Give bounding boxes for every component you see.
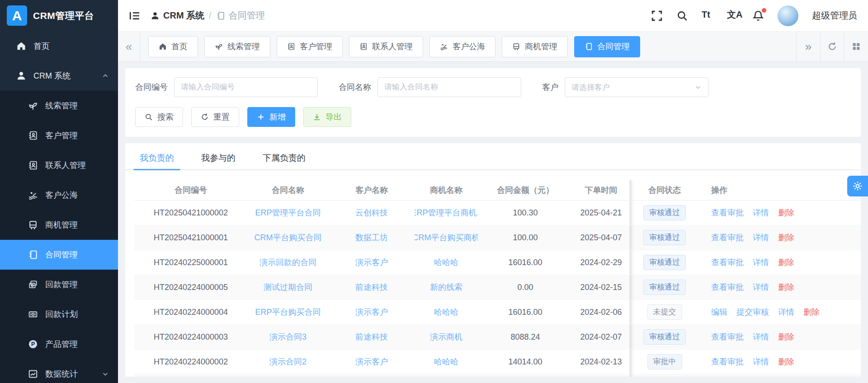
language-icon[interactable]: 文A	[727, 10, 739, 22]
status-badge: 审核通过	[643, 205, 686, 220]
breadcrumb-item-1[interactable]: 合同管理	[216, 9, 265, 22]
sidebar-subitem-2[interactable]: 联系人管理	[0, 150, 118, 180]
action-详情[interactable]: 详情	[753, 332, 769, 342]
contract-icon	[28, 250, 38, 260]
sidebar-item-label: 首页	[33, 41, 50, 51]
action-详情[interactable]: 详情	[778, 307, 794, 318]
chevron-down-icon	[102, 370, 109, 378]
status-cell: 未提交	[629, 300, 699, 324]
sidebar-subitem-9[interactable]: 数据统计	[0, 359, 118, 383]
column-settings-button[interactable]	[847, 176, 868, 196]
status-cell: 审批中	[629, 350, 699, 374]
action-查看审批[interactable]: 查看审批	[711, 282, 744, 293]
user-icon	[16, 71, 26, 81]
view-tab-0[interactable]: 我负责的	[137, 146, 177, 169]
layout-grid-icon[interactable]	[844, 32, 868, 61]
filter-label: 合同编号	[135, 82, 168, 93]
action-删除[interactable]: 删除	[778, 356, 794, 367]
contract-amount: 14014.00	[478, 350, 573, 374]
contract-code-input[interactable]	[174, 77, 318, 97]
order-date: 2024-02-07	[573, 374, 629, 377]
bell-icon[interactable]	[752, 10, 764, 22]
status-cell: 审核通过	[629, 325, 699, 349]
opportunity-link: 哈哈哈	[415, 350, 478, 374]
sidebar-subitem-8[interactable]: P产品管理	[0, 329, 118, 359]
sidebar-subitem-3[interactable]: 客户公海	[0, 180, 118, 210]
page-tab-线索管理[interactable]: 线索管理	[204, 36, 270, 57]
table-row: HT20250421000002ERP管理平台合同云创科技ERP管理平台商机..…	[134, 201, 861, 225]
page-tab-客户公海[interactable]: 客户公海	[429, 36, 495, 57]
sidebar-subitem-5[interactable]: 合同管理	[0, 240, 118, 270]
page-tab-商机管理[interactable]: 商机管理	[502, 36, 568, 57]
action-详情[interactable]: 详情	[753, 207, 769, 218]
action-删除[interactable]: 删除	[778, 282, 794, 293]
action-详情[interactable]: 详情	[753, 282, 769, 293]
customer-select[interactable]: 请选择客户	[565, 77, 708, 97]
sidebar-subitem-7[interactable]: 回款计划	[0, 299, 118, 329]
action-查看审批[interactable]: 查看审批	[711, 332, 744, 342]
action-详情[interactable]: 详情	[753, 232, 769, 243]
opportunity-icon	[28, 220, 38, 230]
action-删除[interactable]: 删除	[778, 332, 794, 342]
filter-field: 合同名称	[339, 77, 521, 97]
sidebar-subitem-0[interactable]: 线索管理	[0, 91, 118, 121]
sidebar-subitem-6[interactable]: 回款管理	[0, 270, 118, 299]
action-删除[interactable]: 删除	[803, 307, 820, 318]
search-icon[interactable]	[676, 10, 688, 22]
filter-field: 合同编号	[135, 77, 318, 97]
sidebar-subitem-label: 产品管理	[45, 339, 78, 350]
export-button[interactable]: 导出	[303, 107, 351, 127]
action-查看审批[interactable]: 查看审批	[711, 356, 744, 367]
action-编辑[interactable]: 编辑	[711, 307, 727, 318]
status-cell: 审核通过	[629, 225, 699, 250]
sidebar-subitem-1[interactable]: 客户管理	[0, 121, 118, 150]
tabs-scroll-right-icon[interactable]: »	[796, 32, 820, 61]
page-tab-联系人管理[interactable]: 联系人管理	[349, 36, 423, 57]
table-row: HT20250421000001CRM平台购买合同数据工坊CRM平台购买商机10…	[134, 225, 861, 250]
column-header-3: 商机名称	[415, 180, 478, 200]
breadcrumb-item-0[interactable]: CRM 系统	[151, 9, 204, 22]
order-date: 2024-02-07	[573, 325, 629, 349]
sidebar-item-0[interactable]: 首页	[0, 31, 118, 61]
fullscreen-icon[interactable]	[651, 10, 663, 22]
search-button[interactable]: 搜索	[135, 107, 183, 127]
gear-icon	[852, 181, 863, 192]
collapse-sidebar-icon[interactable]	[129, 10, 141, 22]
reset-button[interactable]: 重置	[191, 107, 239, 127]
action-详情[interactable]: 详情	[753, 257, 769, 268]
action-查看审批[interactable]: 查看审批	[711, 257, 744, 268]
action-详情[interactable]: 详情	[753, 356, 769, 367]
sidebar-subitem-4[interactable]: 商机管理	[0, 210, 118, 240]
page-tab-合同管理[interactable]: 合同管理	[574, 36, 640, 57]
view-tab-1[interactable]: 我参与的	[198, 146, 238, 169]
action-查看审批[interactable]: 查看审批	[711, 207, 744, 218]
status-badge: 审批中	[647, 354, 682, 369]
username[interactable]: 超级管理员	[812, 9, 857, 22]
font-size-icon[interactable]: Tt	[702, 10, 713, 22]
refresh-page-icon[interactable]	[820, 32, 844, 61]
page-tab-客户管理[interactable]: 客户管理	[277, 36, 343, 57]
action-查看审批[interactable]: 查看审批	[711, 232, 744, 243]
column-header-1: 合同名称	[247, 180, 329, 200]
customer-icon	[28, 131, 38, 140]
customer-link: 数据工坊	[329, 225, 415, 250]
action-提交审核[interactable]: 提交审核	[736, 307, 769, 318]
tabs-scroll-left-icon[interactable]: «	[118, 32, 140, 61]
sea-icon	[28, 190, 38, 200]
contract-name-input[interactable]	[377, 77, 521, 97]
app-logo[interactable]: A CRM管理平台	[0, 0, 118, 31]
action-删除[interactable]: 删除	[778, 207, 794, 218]
order-date: 2024-02-13	[573, 350, 629, 374]
action-删除[interactable]: 删除	[778, 257, 794, 268]
contacts-icon	[28, 160, 38, 170]
page-tab-首页[interactable]: 首页	[148, 36, 198, 57]
action-删除[interactable]: 删除	[778, 232, 794, 243]
view-tab-2[interactable]: 下属负责的	[260, 146, 308, 169]
actions-cell: 编辑提交审核详情删除	[699, 300, 859, 324]
add-button[interactable]: 新增	[247, 107, 295, 127]
avatar[interactable]	[778, 5, 798, 26]
search-icon	[145, 113, 153, 121]
sidebar-item-1[interactable]: CRM 系统	[0, 61, 118, 91]
contract-name-link: CRM平台购买合同	[247, 225, 329, 250]
user-icon	[151, 11, 160, 20]
